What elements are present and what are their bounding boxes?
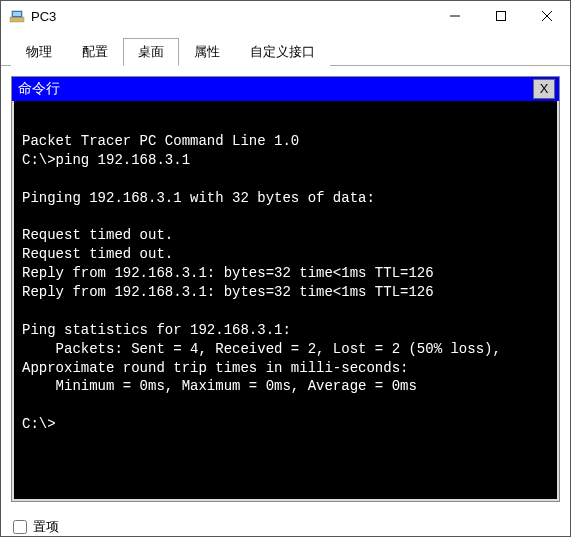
command-prompt-window: 命令行 X Packet Tracer PC Command Line 1.0 … (11, 76, 560, 502)
svg-rect-0 (10, 17, 24, 22)
window-title: PC3 (31, 9, 56, 24)
app-icon (9, 8, 25, 24)
top-checkbox[interactable] (13, 520, 27, 534)
command-prompt-close-button[interactable]: X (533, 79, 555, 99)
tab-desktop[interactable]: 桌面 (123, 38, 179, 66)
command-prompt-titlebar[interactable]: 命令行 X (12, 77, 559, 101)
svg-rect-4 (497, 12, 506, 21)
tab-bar: 物理 配置 桌面 属性 自定义接口 (1, 31, 570, 66)
minimize-button[interactable] (432, 1, 478, 31)
footer: 置项 (1, 512, 570, 537)
tab-custom-interface[interactable]: 自定义接口 (235, 38, 330, 66)
tab-physical[interactable]: 物理 (11, 38, 67, 66)
maximize-button[interactable] (478, 1, 524, 31)
close-button[interactable] (524, 1, 570, 31)
maximize-icon (496, 11, 506, 21)
window-titlebar[interactable]: PC3 (1, 1, 570, 31)
minimize-icon (450, 11, 460, 21)
content-area: 命令行 X Packet Tracer PC Command Line 1.0 … (1, 66, 570, 512)
tab-attributes[interactable]: 属性 (179, 38, 235, 66)
top-checkbox-label: 置项 (33, 518, 59, 536)
close-icon (542, 11, 552, 21)
tab-config[interactable]: 配置 (67, 38, 123, 66)
svg-rect-2 (13, 12, 21, 16)
terminal-output[interactable]: Packet Tracer PC Command Line 1.0 C:\>pi… (12, 101, 559, 501)
command-prompt-title: 命令行 (18, 80, 533, 98)
